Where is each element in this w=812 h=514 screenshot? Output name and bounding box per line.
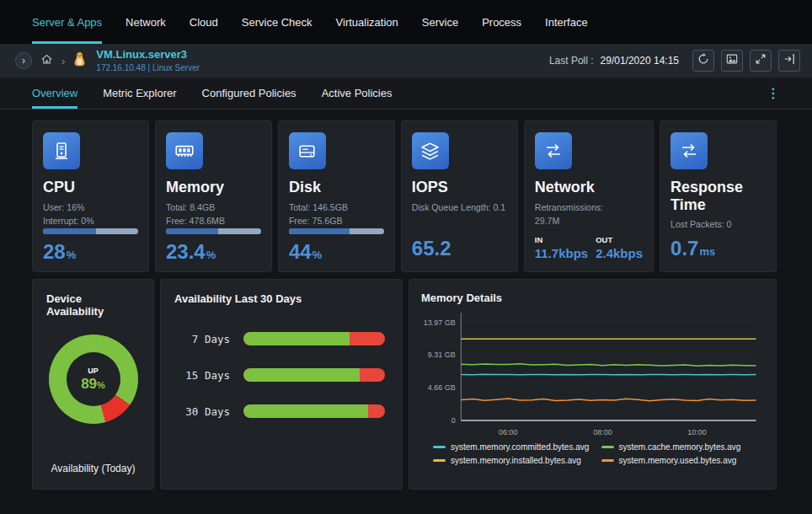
kebab-menu-icon[interactable]: ⋮ (767, 78, 780, 109)
last-poll-value: 29/01/2020 14:15 (601, 55, 679, 67)
availability-bar-15-days (243, 368, 385, 382)
memory-details-card: Memory Details 04.66 GB9.31 GB13.97 GB06… (409, 279, 777, 490)
cpu-usage-bar-fill (43, 228, 96, 234)
nav-item-interface[interactable]: Interface (545, 0, 588, 44)
device-availability-title: Device Availability (46, 292, 140, 318)
network-out: OUT 2.4kbps (596, 235, 643, 260)
availability-history-title: Availability Last 30 Days (174, 292, 388, 305)
memory-details-title: Memory Details (421, 292, 764, 304)
device-meta: 172.16.10.48 | Linux Server (96, 62, 200, 73)
availability-row-30-days: 30 Days (178, 404, 385, 418)
last-poll-label: Last Poll : (549, 55, 594, 67)
availability-bar-7-days-up (243, 332, 350, 345)
device-availability-card: Device Availability UP 89% Availability … (32, 279, 154, 490)
response-time-lost-packets: Lost Packets: 0 (670, 217, 766, 231)
fullscreen-icon (755, 53, 767, 68)
snapshot-button[interactable] (721, 50, 743, 72)
nav-item-server-apps[interactable]: Server & Apps (32, 0, 102, 44)
availability-up-percent: 89% (81, 376, 105, 393)
nav-item-service[interactable]: Service (422, 0, 458, 44)
legend-item-installed[interactable]: system.memory.installed.bytes.avg (433, 456, 596, 465)
svg-text:08:00: 08:00 (593, 428, 612, 436)
device-header-bar: › › VM.Linux.server3 172.16.10.48 | Linu… (0, 44, 812, 78)
tab-metric-explorer[interactable]: Metric Explorer (103, 78, 176, 109)
network-retransmissions-value: 29.7M (535, 214, 643, 228)
availability-row-7-days: 7 Days (178, 332, 385, 345)
availability-bar-15-days-up (243, 368, 360, 382)
exit-button[interactable] (778, 50, 800, 72)
bottom-row: Device Availability UP 89% Availability … (32, 279, 777, 490)
svg-text:9.31 GB: 9.31 GB (428, 351, 456, 359)
nav-item-process[interactable]: Process (482, 0, 521, 44)
network-in-out: IN 11.7kbps OUT 2.4kbps (535, 235, 643, 260)
availability-bar-7-days (243, 332, 385, 345)
availability-donut-center: UP 89% (67, 352, 120, 406)
response-time-title: Response Time (670, 179, 766, 213)
breadcrumb-chevron-icon: › (61, 55, 65, 67)
nav-item-service-check[interactable]: Service Check (242, 0, 313, 44)
iops-card[interactable]: IOPS Disk Queue Length: 0.1 65.2 (401, 120, 518, 272)
committed-series-swatch (433, 446, 446, 448)
disk-total: Total: 146.5GB (289, 201, 384, 214)
snapshot-icon (726, 53, 738, 68)
iops-queue-length: Disk Queue Length: 0.1 (412, 201, 507, 214)
legend-item-used[interactable]: system.memory.used.bytes.avg (601, 456, 765, 465)
nav-item-cloud[interactable]: Cloud (190, 0, 218, 44)
cpu-usage-bar (43, 228, 138, 234)
availability-bar-30-days-up (243, 404, 368, 418)
cpu-interrupt: Interrupt: 0% (43, 214, 138, 228)
svg-text:13.97 GB: 13.97 GB (424, 318, 456, 326)
network-card[interactable]: Network Retransmissions: 29.7M IN 11.7kb… (524, 120, 654, 272)
device-tabs: Overview Metric Explorer Configured Poli… (0, 78, 812, 110)
nav-item-network[interactable]: Network (126, 0, 166, 44)
cpu-user: User: 16% (43, 201, 138, 214)
memory-icon (166, 132, 203, 169)
exit-icon (783, 53, 795, 68)
legend-item-cache[interactable]: system.cache.memory.bytes.avg (601, 442, 765, 452)
response-time-icon (670, 132, 708, 169)
response-time-card[interactable]: Response Time Lost Packets: 0 0.7ms (660, 120, 777, 272)
home-icon[interactable] (40, 53, 53, 69)
cpu-value: 28% (43, 240, 138, 264)
cpu-icon (43, 132, 80, 169)
iops-value: 65.2 (412, 237, 507, 260)
tab-configured-policies[interactable]: Configured Policies (202, 78, 296, 109)
nav-item-virtualization[interactable]: Virtualization (336, 0, 398, 44)
memory-title: Memory (166, 179, 261, 196)
availability-caption: Availability (Today) (46, 463, 140, 476)
legend-item-committed[interactable]: system.memory.committed.bytes.avg (433, 442, 596, 452)
disk-usage-bar-fill (289, 228, 350, 234)
tab-overview[interactable]: Overview (32, 78, 77, 109)
panel-toggle-button[interactable]: › (15, 52, 32, 69)
memory-free: Free: 478.6MB (166, 214, 261, 228)
memory-card[interactable]: Memory Total: 8.4GB Free: 478.6MB 23.4% (155, 120, 272, 272)
cpu-title: CPU (43, 179, 138, 196)
network-title: Network (535, 179, 643, 196)
cpu-card[interactable]: CPU User: 16% Interrupt: 0% 28% (32, 120, 149, 272)
iops-icon (412, 132, 449, 169)
device-name: VM.Linux.server3 (96, 48, 200, 62)
svg-text:4.66 GB: 4.66 GB (428, 383, 456, 392)
top-nav: Server & Apps Network Cloud Service Chec… (0, 0, 812, 44)
memory-usage-bar (166, 228, 261, 234)
response-time-value: 0.7ms (670, 237, 766, 260)
breadcrumb: VM.Linux.server3 172.16.10.48 | Linux Se… (96, 48, 200, 73)
installed-series-swatch (433, 459, 446, 462)
network-in: IN 11.7kbps (535, 235, 588, 260)
memory-chart: 04.66 GB9.31 GB13.97 GB06:0008:0010:00 (421, 308, 764, 441)
disk-icon (289, 132, 326, 169)
tab-active-policies[interactable]: Active Policies (322, 78, 393, 109)
memory-total: Total: 8.4GB (166, 201, 261, 214)
refresh-icon (697, 53, 709, 68)
metric-cards-row: CPU User: 16% Interrupt: 0% 28% Memory T… (32, 120, 777, 272)
fullscreen-button[interactable] (750, 50, 772, 72)
disk-usage-bar (289, 228, 384, 234)
network-retransmissions-label: Retransmissions: (535, 201, 643, 214)
disk-card[interactable]: Disk Total: 146.5GB Free: 75.6GB 44% (278, 120, 395, 272)
availability-history-card: Availability Last 30 Days 7 Days 15 Days… (160, 279, 403, 490)
disk-value: 44% (289, 240, 384, 264)
memory-value: 23.4% (166, 240, 261, 264)
network-icon (535, 132, 572, 169)
donut-wrap: UP 89% (46, 335, 140, 424)
refresh-button[interactable] (692, 50, 714, 72)
